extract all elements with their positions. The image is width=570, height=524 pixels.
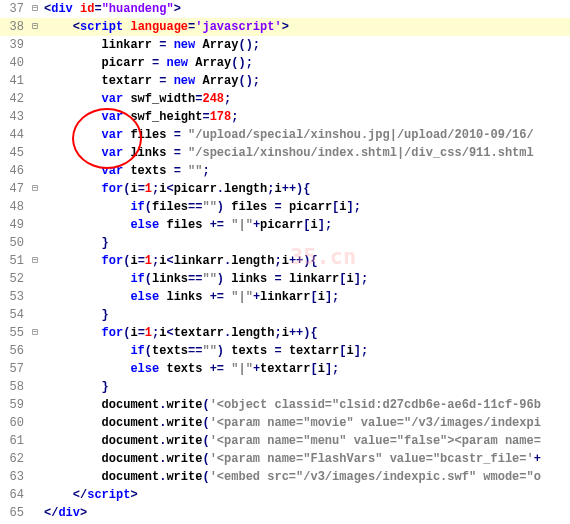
token: linkarr [102,38,160,52]
token: links [123,146,173,160]
token: write [166,416,202,430]
line-number: 44 [0,126,28,144]
line-number: 37 [0,0,28,18]
code-line[interactable]: 37⊟<div id="huandeng"> [0,0,570,18]
code-content[interactable]: linkarr = new Array(); [42,36,260,54]
code-content[interactable]: for(i=1;i<linkarr.length;i++){ [42,252,318,270]
code-content[interactable]: <script language='javascript'> [42,18,289,36]
code-line[interactable]: 50 } [0,234,570,252]
token: ++){ [282,182,311,196]
line-number: 47 [0,180,28,198]
token: for [102,326,124,340]
token: write [166,398,202,412]
code-line[interactable]: 51⊟ for(i=1;i<linkarr.length;i++){ [0,252,570,270]
code-line[interactable]: 53 else links += "|"+linkarr[i]; [0,288,570,306]
code-content[interactable]: textarr = new Array(); [42,72,260,90]
code-line[interactable]: 56 if(texts=="") texts = textarr[i]; [0,342,570,360]
fold-icon[interactable]: ⊟ [28,252,42,270]
line-number: 58 [0,378,28,396]
code-line[interactable]: 41 textarr = new Array(); [0,72,570,90]
code-line[interactable]: 39 linkarr = new Array(); [0,36,570,54]
token: = [174,128,188,142]
token: ; [202,164,209,178]
code-content[interactable]: document.write('<param name="menu" value… [42,432,541,450]
token: i [311,218,318,232]
token: var [102,146,124,160]
code-content[interactable]: if(links=="") links = linkarr[i]; [42,270,368,288]
fold-icon[interactable]: ⊟ [28,324,42,342]
line-number: 52 [0,270,28,288]
code-line[interactable]: 62 document.write('<param name="FlashVar… [0,450,570,468]
token: document [102,434,160,448]
token: i [347,272,354,286]
code-line[interactable]: 45 var links = "/special/xinshou/index.s… [0,144,570,162]
code-line[interactable]: 64 </script> [0,486,570,504]
fold-icon[interactable]: ⊟ [28,180,42,198]
code-line[interactable]: 59 document.write('<object classid="clsi… [0,396,570,414]
code-line[interactable]: 42 var swf_width=248; [0,90,570,108]
code-content[interactable]: var files = "/upload/special/xinshou.jpg… [42,126,534,144]
token: ++){ [289,254,318,268]
code-content[interactable]: else links += "|"+linkarr[i]; [42,288,339,306]
code-line[interactable]: 58 } [0,378,570,396]
token: i [318,362,325,376]
code-content[interactable]: picarr = new Array(); [42,54,253,72]
token: ; [231,110,238,124]
token: [ [339,272,346,286]
code-line[interactable]: 43 var swf_height=178; [0,108,570,126]
token: '<param name="menu" value="false"><param… [210,434,541,448]
token: ( [202,398,209,412]
code-line[interactable]: 52 if(links=="") links = linkarr[i]; [0,270,570,288]
code-content[interactable]: document.write('<object classid="clsid:d… [42,396,541,414]
code-content[interactable]: for(i=1;i<textarr.length;i++){ [42,324,318,342]
code-content[interactable]: } [42,378,109,396]
line-number: 63 [0,468,28,486]
code-content[interactable]: <div id="huandeng"> [42,0,181,18]
code-line[interactable]: 54 } [0,306,570,324]
code-line[interactable]: 63 document.write('<embed src="/v3/image… [0,468,570,486]
code-content[interactable]: </script> [42,486,138,504]
code-line[interactable]: 49 else files += "|"+picarr[i]; [0,216,570,234]
line-number: 65 [0,504,28,522]
line-number: 38 [0,18,28,36]
code-line[interactable]: 55⊟ for(i=1;i<textarr.length;i++){ [0,324,570,342]
code-line[interactable]: 38⊟ <script language='javascript'> [0,18,570,36]
token: ( [202,416,209,430]
code-content[interactable]: var links = "/special/xinshou/index.shtm… [42,144,534,162]
code-content[interactable]: </div> [42,504,87,522]
token: [ [339,344,346,358]
token: "" [202,272,216,286]
code-line[interactable]: 46 var texts = ""; [0,162,570,180]
code-content[interactable]: else texts += "|"+textarr[i]; [42,360,339,378]
fold-icon[interactable]: ⊟ [28,18,42,36]
code-content[interactable]: else files += "|"+picarr[i]; [42,216,332,234]
code-line[interactable]: 44 var files = "/upload/special/xinshou.… [0,126,570,144]
token: picarr [174,182,217,196]
code-content[interactable]: var texts = ""; [42,162,210,180]
code-line[interactable]: 60 document.write('<param name="movie" v… [0,414,570,432]
token: files [231,200,274,214]
code-content[interactable]: } [42,234,109,252]
code-content[interactable]: } [42,306,109,324]
code-content[interactable]: document.write('<embed src="/v3/images/i… [42,468,541,486]
token: = [174,164,188,178]
token: > [130,488,137,502]
line-number: 40 [0,54,28,72]
code-content[interactable]: document.write('<param name="movie" valu… [42,414,541,432]
code-line[interactable]: 40 picarr = new Array(); [0,54,570,72]
fold-icon[interactable]: ⊟ [28,0,42,18]
code-content[interactable]: var swf_height=178; [42,108,238,126]
token: for [102,182,124,196]
code-content[interactable]: if(texts=="") texts = textarr[i]; [42,342,368,360]
code-line[interactable]: 61 document.write('<param name="menu" va… [0,432,570,450]
code-line[interactable]: 47⊟ for(i=1;i<picarr.length;i++){ [0,180,570,198]
code-content[interactable]: if(files=="") files = picarr[i]; [42,198,361,216]
code-content[interactable]: var swf_width=248; [42,90,231,108]
code-content[interactable]: for(i=1;i<picarr.length;i++){ [42,180,311,198]
token: else [130,218,159,232]
code-content[interactable]: document.write('<param name="FlashVars" … [42,450,541,468]
code-line[interactable]: 48 if(files=="") files = picarr[i]; [0,198,570,216]
token: [ [311,362,318,376]
code-line[interactable]: 65</div> [0,504,570,522]
code-line[interactable]: 57 else texts += "|"+textarr[i]; [0,360,570,378]
